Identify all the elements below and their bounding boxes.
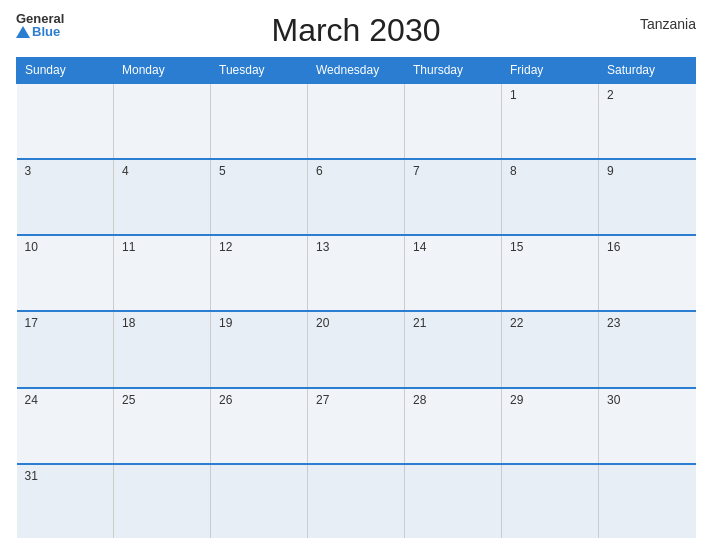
calendar-header-row: SundayMondayTuesdayWednesdayThursdayFrid… [17, 58, 696, 84]
country-label: Tanzania [640, 16, 696, 32]
week-row-4: 24252627282930 [17, 388, 696, 464]
calendar-cell: 30 [599, 388, 696, 464]
day-header-sunday: Sunday [17, 58, 114, 84]
calendar-cell [599, 464, 696, 538]
calendar-cell: 29 [502, 388, 599, 464]
calendar-cell [405, 83, 502, 159]
day-header-wednesday: Wednesday [308, 58, 405, 84]
calendar-cell: 5 [211, 159, 308, 235]
calendar-cell: 4 [114, 159, 211, 235]
day-header-tuesday: Tuesday [211, 58, 308, 84]
calendar-cell: 28 [405, 388, 502, 464]
week-row-1: 3456789 [17, 159, 696, 235]
calendar-header: General Blue March 2030 Tanzania [16, 12, 696, 49]
calendar-cell [211, 464, 308, 538]
calendar-cell: 25 [114, 388, 211, 464]
calendar-table: SundayMondayTuesdayWednesdayThursdayFrid… [16, 57, 696, 538]
week-row-3: 17181920212223 [17, 311, 696, 387]
page-title: March 2030 [272, 12, 441, 49]
calendar-cell: 20 [308, 311, 405, 387]
calendar-body: 1234567891011121314151617181920212223242… [17, 83, 696, 538]
day-header-thursday: Thursday [405, 58, 502, 84]
day-header-friday: Friday [502, 58, 599, 84]
calendar-cell: 15 [502, 235, 599, 311]
calendar-cell [17, 83, 114, 159]
calendar-cell: 6 [308, 159, 405, 235]
calendar-cell [502, 464, 599, 538]
calendar-cell: 11 [114, 235, 211, 311]
calendar-cell: 9 [599, 159, 696, 235]
calendar-cell: 16 [599, 235, 696, 311]
calendar-cell: 2 [599, 83, 696, 159]
day-header-monday: Monday [114, 58, 211, 84]
calendar-cell: 1 [502, 83, 599, 159]
logo-blue-text: Blue [16, 25, 64, 38]
calendar-cell [114, 464, 211, 538]
week-row-5: 31 [17, 464, 696, 538]
calendar-cell [405, 464, 502, 538]
calendar-cell: 12 [211, 235, 308, 311]
calendar-cell: 26 [211, 388, 308, 464]
calendar-cell: 13 [308, 235, 405, 311]
logo: General Blue [16, 12, 64, 38]
calendar-cell: 24 [17, 388, 114, 464]
calendar-cell: 18 [114, 311, 211, 387]
week-row-0: 12 [17, 83, 696, 159]
calendar-cell: 22 [502, 311, 599, 387]
calendar-cell: 7 [405, 159, 502, 235]
calendar-cell: 31 [17, 464, 114, 538]
logo-triangle-icon [16, 26, 30, 38]
calendar-cell: 27 [308, 388, 405, 464]
calendar-cell: 19 [211, 311, 308, 387]
week-row-2: 10111213141516 [17, 235, 696, 311]
calendar-cell: 10 [17, 235, 114, 311]
calendar-cell: 8 [502, 159, 599, 235]
calendar-cell [308, 83, 405, 159]
calendar-cell: 21 [405, 311, 502, 387]
calendar-cell [114, 83, 211, 159]
calendar-cell [211, 83, 308, 159]
calendar-cell: 23 [599, 311, 696, 387]
day-header-saturday: Saturday [599, 58, 696, 84]
calendar-cell: 14 [405, 235, 502, 311]
calendar-cell: 3 [17, 159, 114, 235]
calendar-cell: 17 [17, 311, 114, 387]
calendar-cell [308, 464, 405, 538]
